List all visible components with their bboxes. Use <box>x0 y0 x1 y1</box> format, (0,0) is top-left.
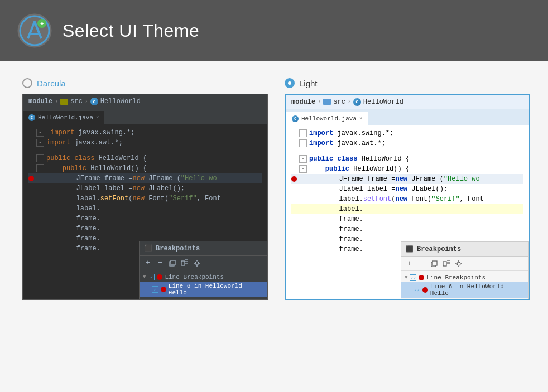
bp-dot-dark <box>157 274 162 280</box>
code-line-light: - public HelloWorld() { <box>291 164 523 174</box>
darcula-radio-label[interactable]: Darcula <box>22 78 268 88</box>
bc-class-light: HelloWorld <box>363 98 403 106</box>
bp-item-label-light: Line Breakpoints <box>426 274 485 281</box>
themes-row: Darcula module › src › C HelloWorld C <box>22 72 526 392</box>
light-tab-label: HelloWorld.java <box>301 115 357 122</box>
darcula-label: Darcula <box>37 79 66 88</box>
fold-icon-dark2[interactable]: - <box>36 139 44 147</box>
code-line: label. setFont ( new Font( "Serif" , Fon… <box>28 193 262 204</box>
code-line: JLabel label = new JLabel(); <box>28 183 262 193</box>
darcula-tab-label: HelloWorld.java <box>38 114 93 121</box>
code-line-light: label. <box>291 204 523 214</box>
fold-icon-dark[interactable]: - <box>36 129 44 137</box>
svg-rect-6 <box>181 261 185 265</box>
copy-icon-light <box>430 260 438 268</box>
svg-point-13 <box>194 263 195 264</box>
bc-src-light: src <box>333 98 345 106</box>
bp-item-dark[interactable]: ▼ Line Breakpoints <box>140 273 267 282</box>
code-line-light <box>291 148 523 154</box>
code-line: frame. <box>28 224 262 234</box>
bp-toolbar-light: + − <box>401 257 528 271</box>
bc-src-dark: src <box>70 98 83 105</box>
bp-checkbox2-light[interactable]: ✓ <box>414 287 420 293</box>
svg-text:✦: ✦ <box>40 21 45 27</box>
fold-icon-light2[interactable]: - <box>299 139 307 147</box>
darcula-radio[interactable] <box>22 78 32 88</box>
code-line-light: - import javax.awt.*; <box>291 138 523 148</box>
bp-checkbox-light[interactable]: ✓ <box>410 274 416 281</box>
bp-checkbox-dark[interactable] <box>148 274 155 280</box>
bp-settings-light[interactable] <box>454 259 464 269</box>
main-content: Darcula module › src › C HelloWorld C <box>0 61 548 392</box>
bc-folder-icon-dark <box>60 99 68 105</box>
darcula-code-area: - import javax.swing.*; - import javax.a… <box>23 124 267 300</box>
light-tab-bar: C HelloWorld.java × <box>286 109 529 125</box>
code-line-breakpoint: JFrame frame = new JFrame ( "Hello wo <box>28 173 262 183</box>
light-radio-label[interactable]: Light <box>285 78 530 88</box>
bp-remove-dark[interactable]: − <box>155 258 165 268</box>
more-icon-light <box>443 260 450 268</box>
bp-list-light: ▼ ✓ Line Breakpoints ✓ Line 6 in HelloWo… <box>401 271 528 300</box>
bp-more-light[interactable] <box>441 259 451 269</box>
bp-item2-label-dark: Line 6 in HelloWorld Hello <box>169 283 263 296</box>
svg-point-10 <box>195 262 199 265</box>
bp-item2-label-light: Line 6 in HelloWorld Hello <box>430 283 525 297</box>
bp-add-dark[interactable]: + <box>143 258 153 268</box>
bp-item-light[interactable]: ▼ ✓ Line Breakpoints <box>401 273 528 282</box>
code-line: - public HelloWorld() { <box>28 163 262 173</box>
app-logo: ✦ <box>17 13 52 49</box>
tab-icon-light: C <box>292 115 299 122</box>
bc-class-icon-dark: C <box>90 98 98 105</box>
bp-dot-light <box>419 275 424 280</box>
breakpoints-panel-dark: ⬛ Breakpoints + − <box>139 241 267 300</box>
settings-icon-light <box>455 260 463 268</box>
light-tab[interactable]: C HelloWorld.java × <box>286 112 368 125</box>
bp-title-light: Breakpoints <box>417 245 461 253</box>
light-radio[interactable] <box>285 78 295 88</box>
bp-item-label-dark: Line Breakpoints <box>165 274 224 280</box>
svg-rect-16 <box>432 261 437 265</box>
bp-more-dark[interactable] <box>180 258 190 268</box>
bp-copy-light[interactable] <box>429 259 439 269</box>
darcula-theme-option: Darcula module › src › C HelloWorld C <box>22 78 268 392</box>
svg-point-24 <box>455 263 456 264</box>
bc-class-dark: HelloWorld <box>100 98 141 105</box>
light-preview: module › src › C HelloWorld C HelloWorld… <box>285 94 530 300</box>
darcula-tab-bar: C HelloWorld.java × <box>23 109 267 124</box>
bp-settings-dark[interactable] <box>192 258 202 268</box>
bp-dot2-light <box>422 287 428 293</box>
light-tab-close[interactable]: × <box>359 116 362 122</box>
breakpoints-panel-light: ⬛ Breakpoints + − <box>401 241 529 300</box>
fold-icon-light[interactable]: - <box>299 129 307 137</box>
darcula-tab-close[interactable]: × <box>96 115 99 120</box>
bp-add-light[interactable]: + <box>405 259 415 269</box>
breakpoint-dot-dark <box>28 176 34 181</box>
bc-module-light: module <box>291 98 315 106</box>
darcula-preview: module › src › C HelloWorld C HelloWorld… <box>22 94 268 300</box>
breakpoint-dot-light <box>291 176 297 182</box>
bp-item-selected-dark[interactable]: Line 6 in HelloWorld Hello <box>140 282 267 297</box>
bc-module-dark: module <box>28 98 52 105</box>
svg-point-21 <box>457 262 460 265</box>
light-breadcrumb: module › src › C HelloWorld <box>286 95 529 109</box>
code-line-light: frame. <box>291 214 523 224</box>
svg-point-25 <box>461 263 462 264</box>
bp-remove-light[interactable]: − <box>417 259 427 269</box>
copy-icon <box>169 259 176 267</box>
svg-point-12 <box>196 265 198 267</box>
code-line: - public class HelloWorld { <box>28 153 262 163</box>
bp-item-selected-light[interactable]: ✓ Line 6 in HelloWorld Hello <box>401 282 528 298</box>
code-line-light: frame. <box>291 224 523 234</box>
code-line: - import javax.swing.*; <box>28 128 262 138</box>
bp-toolbar-dark: + − <box>140 256 267 270</box>
code-line-light: - import javax.swing.*; <box>291 128 523 138</box>
bp-copy-dark[interactable] <box>167 258 177 268</box>
code-line: - import javax.awt.*; <box>28 138 262 148</box>
svg-point-22 <box>458 260 459 262</box>
code-line-light: JLabel label = new JLabel(); <box>291 184 523 194</box>
code-line-breakpoint-light: JFrame frame = new JFrame ( "Hello wo <box>291 174 523 184</box>
bp-list-dark: ▼ Line Breakpoints Line 6 in HelloWorld … <box>140 270 267 299</box>
darcula-tab[interactable]: C HelloWorld.java × <box>23 111 104 124</box>
bp-checkbox2-dark[interactable] <box>152 286 158 293</box>
darcula-breadcrumb: module › src › C HelloWorld <box>23 94 267 109</box>
